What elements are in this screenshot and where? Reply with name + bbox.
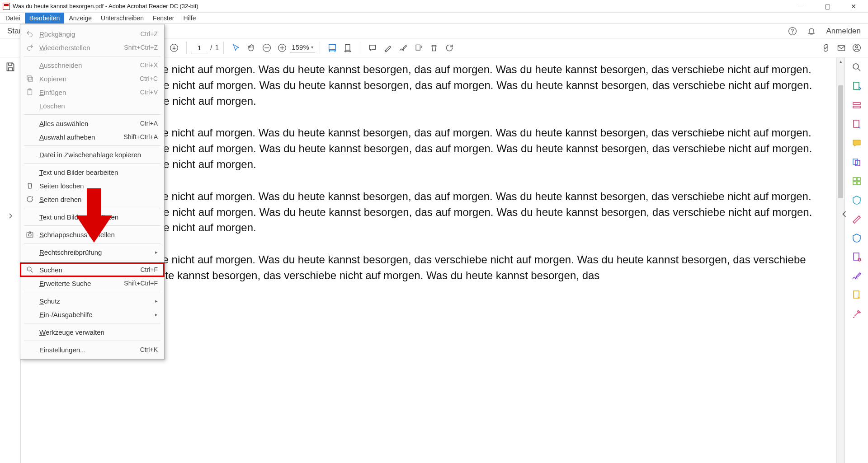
menu-item-label: Auswahl aufheben	[39, 133, 124, 141]
scroll-thumb[interactable]	[838, 85, 843, 198]
redact-icon[interactable]	[851, 214, 862, 224]
blank-icon	[25, 150, 35, 159]
blank-icon	[25, 345, 35, 355]
fit-width-button[interactable]	[325, 40, 340, 56]
menu-fenster[interactable]: Fenster	[148, 13, 179, 23]
menu-item-shortcut: Ctrl+Z	[141, 30, 158, 37]
hand-tool[interactable]	[244, 40, 259, 56]
menu-item-label: Ein-/Ausgabehilfe	[39, 311, 153, 318]
search-tool-icon[interactable]	[851, 62, 862, 73]
blank-icon	[25, 327, 35, 337]
toolbar-separator	[186, 42, 187, 54]
menu-item-shortcut: Shift+Ctrl+F	[124, 280, 158, 287]
edit-pdf-icon[interactable]	[851, 100, 862, 111]
right-rail-collapse[interactable]	[842, 210, 847, 218]
chevron-down-icon: ▾	[311, 45, 313, 50]
zoom-level-select[interactable]: 159% ▾	[290, 43, 315, 52]
export-pdf-icon[interactable]	[851, 81, 862, 92]
highlight-button[interactable]	[380, 40, 396, 56]
menu-item-auswahl-aufheben[interactable]: Auswahl aufhebenShift+Ctrl+A	[20, 130, 164, 144]
signin-link[interactable]: Anmelden	[826, 27, 861, 36]
blank-icon	[25, 167, 35, 177]
window-controls: — ▢ ✕	[793, 3, 865, 10]
menu-item-werkzeuge-verwalten[interactable]: Werkzeuge verwalten	[20, 325, 164, 339]
organize-pages-icon[interactable]	[851, 176, 862, 187]
menu-separator	[24, 341, 160, 341]
download-button[interactable]	[166, 40, 182, 56]
menu-item-shortcut: Ctrl+V	[140, 89, 158, 96]
more-tools-icon[interactable]	[851, 309, 862, 319]
svg-rect-14	[853, 106, 860, 108]
menu-item-ein-ausgabehilfe[interactable]: Ein-/Ausgabehilfe▸	[20, 308, 164, 321]
compress-pdf-icon[interactable]	[851, 195, 862, 206]
svg-rect-13	[853, 103, 860, 104]
maximize-button[interactable]: ▢	[819, 3, 835, 10]
menu-hilfe[interactable]: Hilfe	[179, 13, 200, 23]
menu-separator	[24, 114, 160, 115]
svg-rect-18	[853, 178, 856, 181]
close-button[interactable]: ✕	[845, 3, 862, 10]
paste-icon	[25, 87, 35, 97]
fit-page-button[interactable]	[340, 40, 355, 56]
menu-separator	[24, 243, 160, 243]
menu-item-label: Suchen	[39, 266, 141, 274]
help-icon[interactable]	[788, 27, 797, 36]
zoom-out-button[interactable]	[259, 40, 274, 56]
fill-sign-purple-icon[interactable]	[851, 252, 862, 262]
menu-item-label: Kopieren	[39, 75, 140, 83]
svg-rect-12	[854, 82, 859, 89]
svg-point-10	[856, 46, 858, 48]
start-tab-label[interactable]: Star	[7, 27, 21, 36]
email-button[interactable]	[834, 40, 849, 56]
menu-item-schutz[interactable]: Schutz▸	[20, 294, 164, 308]
menu-item-kopieren: KopierenCtrl+C	[20, 72, 164, 85]
menu-item-rechtschreibpr-fung[interactable]: Rechtschreibprüfung▸	[20, 245, 164, 259]
combine-files-icon[interactable]	[851, 157, 862, 168]
menu-item-einstellungen[interactable]: Einstellungen...Ctrl+K	[20, 343, 164, 356]
send-for-comments-icon[interactable]	[851, 290, 862, 300]
menu-item-label: Alles auswählen	[39, 120, 140, 127]
svg-rect-26	[27, 76, 31, 80]
menu-item-suchen[interactable]: SuchenCtrl+F	[20, 263, 164, 276]
redo-icon	[25, 42, 35, 52]
menu-item-label: Ausschneiden	[39, 61, 140, 69]
protect-icon[interactable]	[851, 233, 862, 243]
menu-item-datei-in-zwischenablage-kopieren[interactable]: Datei in Zwischenablage kopieren	[20, 148, 164, 161]
attach-link-button[interactable]	[818, 40, 834, 56]
blank-icon	[25, 101, 35, 111]
left-rail-expander[interactable]	[8, 213, 13, 219]
save-icon[interactable]	[5, 61, 16, 73]
menu-datei[interactable]: Datei	[1, 13, 25, 23]
menu-separator	[24, 323, 160, 323]
sign-button[interactable]	[396, 40, 411, 56]
menu-unterschreiben[interactable]: Unterschreiben	[96, 13, 148, 23]
delete-pages-button[interactable]	[426, 40, 442, 56]
selection-tool[interactable]	[228, 40, 244, 56]
comment-button[interactable]	[365, 40, 380, 56]
vertical-scrollbar[interactable]: ▴	[836, 57, 844, 463]
rotate-button[interactable]	[442, 40, 457, 56]
fill-sign-icon[interactable]	[851, 271, 862, 281]
menu-bearbeiten[interactable]: Bearbeiten	[25, 13, 65, 23]
bell-icon[interactable]	[807, 27, 816, 36]
menu-item-label: Wiederherstellen	[39, 44, 124, 51]
blank-icon	[25, 118, 35, 128]
trash-icon	[25, 181, 35, 191]
submenu-arrow-icon: ▸	[153, 312, 158, 318]
acrobat-app-icon	[3, 3, 10, 10]
create-pdf-icon[interactable]	[851, 119, 862, 130]
menu-item-erweiterte-suche[interactable]: Erweiterte SucheShift+Ctrl+F	[20, 276, 164, 290]
menu-anzeige[interactable]: Anzeige	[64, 13, 96, 23]
page-current-input[interactable]	[191, 42, 208, 53]
stamp-button[interactable]	[411, 40, 426, 56]
zoom-in-button[interactable]	[274, 40, 290, 56]
comment-tool-icon[interactable]	[851, 138, 862, 149]
menu-item-alles-ausw-hlen[interactable]: Alles auswählenCtrl+A	[20, 117, 164, 130]
rotate-icon	[25, 194, 35, 204]
account-button[interactable]	[849, 40, 864, 56]
svg-point-30	[28, 234, 31, 236]
menu-item-text-und-bilder-bearbeiten[interactable]: Text und Bilder bearbeiten	[20, 165, 164, 179]
minimize-button[interactable]: —	[793, 3, 809, 10]
scroll-up-arrow[interactable]: ▴	[837, 57, 844, 65]
page-total: 1	[215, 44, 219, 52]
